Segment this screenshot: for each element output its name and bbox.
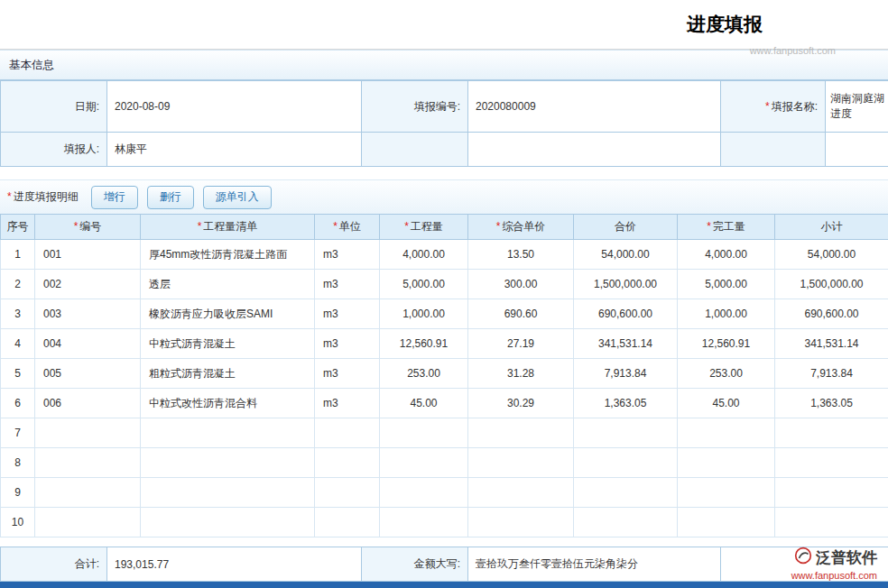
data-cell[interactable] [574,448,678,478]
data-cell[interactable] [380,448,468,478]
data-cell[interactable]: 1,500,000.00 [775,270,888,299]
data-cell[interactable] [678,418,775,448]
data-cell[interactable] [315,418,380,448]
data-cell[interactable]: 54,000.00 [574,240,678,270]
data-cell[interactable] [775,508,888,537]
empty-value-cell [826,133,888,167]
data-cell[interactable]: 1,000.00 [380,299,468,329]
data-cell[interactable]: 5,000.00 [678,270,775,299]
data-cell[interactable]: 中粒式改性沥青混合料 [141,389,315,418]
data-cell[interactable] [574,478,678,508]
data-cell[interactable]: 1,000.00 [678,299,775,329]
data-cell[interactable] [141,508,315,537]
data-cell[interactable] [315,478,380,508]
date-field[interactable]: 2020-08-09 [107,81,362,133]
column-header-label: 小计 [821,220,843,233]
date-label: 日期: [1,81,107,133]
data-cell[interactable]: 006 [35,389,141,418]
report-name-field[interactable]: 湖南洞庭湖进度 [826,81,888,133]
data-cell[interactable] [141,418,315,448]
data-cell[interactable] [468,508,574,537]
data-cell[interactable]: 12,560.91 [380,329,468,359]
column-header-label: 工程量清单 [203,220,257,233]
data-cell[interactable] [574,418,678,448]
data-cell[interactable] [315,508,380,537]
form-row-1: 日期: 2020-08-09 填报编号: 2020080009 *填报名称: 湖… [1,81,888,133]
data-cell[interactable] [678,508,775,537]
data-cell[interactable]: 1,363.05 [775,389,888,418]
data-cell[interactable]: 690,600.00 [775,299,888,329]
delete-row-button[interactable]: 删行 [147,186,194,209]
data-cell[interactable]: 253.00 [380,359,468,389]
reporter-field[interactable]: 林康平 [107,133,362,167]
data-cell[interactable]: 30.29 [468,389,574,418]
data-cell[interactable]: 004 [35,329,141,359]
data-cell[interactable] [468,448,574,478]
data-cell[interactable]: 54,000.00 [775,240,888,270]
data-cell[interactable] [468,478,574,508]
data-cell[interactable] [775,418,888,448]
data-cell[interactable]: 7,913.84 [574,359,678,389]
totals-row: 合计: 193,015.77 金额大写: 壹拾玖万叁仟零壹拾伍元柒角柒分 [1,547,888,582]
data-cell[interactable]: m3 [315,299,380,329]
data-cell[interactable]: m3 [315,389,380,418]
data-cell[interactable] [35,508,141,537]
table-row: 9 [1,478,888,508]
data-cell[interactable] [574,508,678,537]
data-cell[interactable] [678,478,775,508]
data-cell[interactable]: 001 [35,240,141,270]
data-cell[interactable] [141,478,315,508]
data-cell[interactable]: 341,531.14 [775,329,888,359]
data-cell[interactable] [141,448,315,478]
data-cell[interactable]: 中粒式沥青混凝土 [141,329,315,359]
data-cell[interactable] [775,448,888,478]
data-cell[interactable]: 300.00 [468,270,574,299]
data-cell[interactable]: 4,000.00 [678,240,775,270]
data-cell[interactable]: 002 [35,270,141,299]
required-asterisk: * [333,220,338,233]
data-cell[interactable] [35,448,141,478]
add-row-button[interactable]: 增行 [91,186,138,209]
data-cell[interactable] [315,448,380,478]
data-cell[interactable] [380,418,468,448]
data-cell[interactable]: m3 [315,270,380,299]
data-cell[interactable]: m3 [315,359,380,389]
data-cell[interactable]: 13.50 [468,240,574,270]
data-cell[interactable]: m3 [315,240,380,270]
data-cell[interactable]: 45.00 [678,389,775,418]
row-number-cell: 1 [1,240,35,270]
report-no-field[interactable]: 2020080009 [468,81,721,133]
data-cell[interactable]: 5,000.00 [380,270,468,299]
detail-table-head-row: 序号*编号*工程量清单*单位*工程量*综合单价合价*完工量小计 [1,215,888,240]
source-import-button[interactable]: 源单引入 [203,186,272,209]
data-cell[interactable]: 厚45mm改性沥青混凝土路面 [141,240,315,270]
data-cell[interactable]: 橡胶沥青应力吸收层SAMI [141,299,315,329]
data-cell[interactable]: 003 [35,299,141,329]
data-cell[interactable]: 341,531.14 [574,329,678,359]
table-row: 3003橡胶沥青应力吸收层SAMIm31,000.00690.60690,600… [1,299,888,329]
data-cell[interactable]: 253.00 [678,359,775,389]
data-cell[interactable]: 690.60 [468,299,574,329]
data-cell[interactable]: 7,913.84 [775,359,888,389]
data-cell[interactable]: 45.00 [380,389,468,418]
data-cell[interactable] [775,478,888,508]
data-cell[interactable] [380,508,468,537]
data-cell[interactable] [468,418,574,448]
data-cell[interactable]: 1,363.05 [574,389,678,418]
fanpu-brand-url: www.fanpusoft.com [791,570,877,581]
amount-in-words-value: 壹拾玖万叁仟零壹拾伍元柒角柒分 [468,547,721,582]
data-cell[interactable]: 1,500,000.00 [574,270,678,299]
data-cell[interactable]: 4,000.00 [380,240,468,270]
data-cell[interactable]: 透层 [141,270,315,299]
data-cell[interactable]: 27.19 [468,329,574,359]
data-cell[interactable]: m3 [315,329,380,359]
data-cell[interactable] [35,418,141,448]
data-cell[interactable] [35,478,141,508]
data-cell[interactable] [678,448,775,478]
data-cell[interactable]: 粗粒式沥青混凝土 [141,359,315,389]
data-cell[interactable]: 12,560.91 [678,329,775,359]
data-cell[interactable]: 31.28 [468,359,574,389]
data-cell[interactable] [380,478,468,508]
data-cell[interactable]: 690,600.00 [574,299,678,329]
data-cell[interactable]: 005 [35,359,141,389]
